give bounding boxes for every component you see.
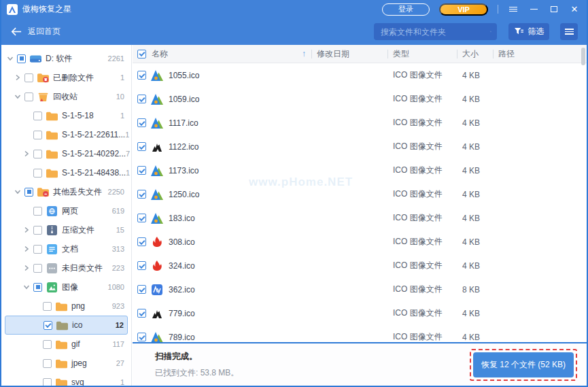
column-label: 修改日期: [317, 48, 349, 60]
sidebar-item-sid-folder[interactable]: S-1-5-18 1: [1, 106, 131, 125]
column-header-name[interactable]: 名称 ↑: [133, 45, 311, 63]
chevron-down-icon[interactable]: [13, 187, 22, 197]
sidebar-item-images[interactable]: 图像 1080: [1, 277, 131, 297]
checkbox-unchecked[interactable]: [33, 264, 42, 273]
checkbox-unchecked[interactable]: [43, 359, 52, 368]
view-menu-button[interactable]: [560, 23, 578, 40]
sidebar-item-sid-folder[interactable]: S-1-5-21-40292... 7: [1, 144, 131, 163]
sidebar-item-svg[interactable]: svg 1: [1, 373, 131, 386]
row-checkbox[interactable]: [137, 166, 146, 175]
close-icon[interactable]: ✕: [569, 4, 580, 15]
row-checkbox[interactable]: [137, 118, 146, 127]
row-checkbox[interactable]: [137, 71, 146, 80]
checkbox-unchecked[interactable]: [33, 131, 42, 139]
sidebar-item-sid-folder[interactable]: S-1-5-21-48438... 1: [1, 163, 131, 182]
checkbox-unchecked[interactable]: [24, 92, 33, 101]
chevron-right-icon[interactable]: [22, 263, 31, 273]
file-table: 名称 ↑ 修改日期 类型 大小 路径 1055.ico ICO 图像文件 4 K…: [133, 45, 587, 342]
column-header-size[interactable]: 大小: [457, 45, 493, 63]
maximize-icon[interactable]: [549, 4, 559, 15]
vertical-scrollbar[interactable]: [581, 48, 585, 65]
table-row[interactable]: 779.ico ICO 图像文件 4 KB: [133, 301, 587, 325]
table-row[interactable]: 308.ico ICO 图像文件 4 KB: [133, 230, 587, 254]
row-checkbox[interactable]: [137, 309, 146, 318]
table-row[interactable]: 1117.ico ICO 图像文件 4 KB: [133, 111, 587, 135]
login-button[interactable]: 登录: [382, 3, 430, 16]
row-checkbox[interactable]: [137, 261, 146, 270]
item-count: 1: [126, 169, 130, 177]
item-count: 619: [112, 207, 124, 215]
window-border-left: [0, 0, 1, 387]
chevron-down-icon[interactable]: [5, 54, 15, 63]
sidebar-item-label: 网页: [62, 205, 78, 217]
checkbox-unchecked[interactable]: [43, 378, 52, 386]
sidebar-item-label: 压缩文件: [62, 224, 94, 236]
column-header-type[interactable]: 类型: [387, 45, 457, 63]
sidebar-item-web[interactable]: 网页 619: [1, 201, 131, 220]
sidebar-item-gif[interactable]: gif 117: [1, 335, 131, 354]
sidebar-item-unclassified[interactable]: 未归类文件 223: [1, 258, 131, 277]
checkbox-partial[interactable]: [24, 188, 33, 197]
sidebar-item-sid-folder[interactable]: S-1-5-21-22611... 1: [1, 125, 131, 144]
checkbox-partial[interactable]: [33, 283, 42, 292]
checkbox-unchecked[interactable]: [33, 169, 42, 178]
sidebar-item-deleted-files[interactable]: 已删除文件 1: [1, 68, 131, 87]
column-header-path[interactable]: 路径: [493, 45, 587, 63]
sidebar-item-other-lost-files[interactable]: 其他丢失文件 2250: [1, 182, 131, 201]
recover-button[interactable]: 恢复 12 个文件 (52 KB): [473, 352, 574, 377]
search-icon[interactable]: [490, 27, 491, 37]
vip-button[interactable]: VIP: [439, 3, 488, 16]
table-row[interactable]: 362.ico ICO 图像文件 8 KB: [133, 277, 587, 301]
checkbox-unchecked[interactable]: [33, 207, 42, 216]
chevron-right-icon[interactable]: [22, 225, 31, 235]
select-all-checkbox[interactable]: [137, 50, 146, 58]
checkbox-partial[interactable]: [17, 54, 26, 63]
sidebar-item-png[interactable]: png 923: [1, 297, 131, 316]
row-checkbox[interactable]: [137, 214, 146, 222]
sort-ascending-icon[interactable]: ↑: [302, 49, 306, 58]
menu-icon[interactable]: [508, 4, 519, 15]
file-name: 1173.ico: [169, 166, 198, 175]
chevron-down-icon[interactable]: [13, 92, 22, 101]
table-row[interactable]: 1122.ico ICO 图像文件 4 KB: [133, 135, 587, 158]
table-row[interactable]: 1059.ico ICO 图像文件 4 KB: [133, 87, 587, 111]
checkbox-unchecked[interactable]: [33, 226, 42, 235]
chevron-down-icon[interactable]: [22, 282, 31, 292]
row-checkbox[interactable]: [137, 237, 146, 246]
filter-button[interactable]: 筛选: [508, 23, 549, 40]
checkbox-unchecked[interactable]: [43, 302, 52, 311]
table-row[interactable]: 789.ico ICO 图像文件 4 KB: [133, 325, 587, 342]
minimize-icon[interactable]: [528, 4, 539, 15]
row-checkbox[interactable]: [137, 142, 146, 151]
sidebar-item-documents[interactable]: 文档 313: [1, 239, 131, 258]
table-row[interactable]: 1250.ico ICO 图像文件 4 KB: [133, 182, 587, 206]
sidebar-item-drive-d[interactable]: D: 软件 2261: [1, 49, 131, 68]
sidebar-item-ico-selected[interactable]: ico 12: [5, 316, 128, 335]
checkbox-unchecked[interactable]: [43, 340, 52, 349]
checkbox-unchecked[interactable]: [24, 73, 33, 82]
table-row[interactable]: 1173.ico ICO 图像文件 4 KB: [133, 158, 587, 182]
checkbox-unchecked[interactable]: [33, 112, 42, 120]
sidebar-item-jpeg[interactable]: jpeg 27: [1, 354, 131, 373]
back-home-button[interactable]: 返回首页: [11, 26, 60, 37]
table-row[interactable]: 183.ico ICO 图像文件 4 KB: [133, 206, 587, 230]
sidebar-item-archives[interactable]: 压缩文件 15: [1, 220, 131, 239]
row-checkbox[interactable]: [137, 333, 146, 341]
row-checkbox[interactable]: [137, 285, 146, 294]
column-header-date[interactable]: 修改日期: [311, 45, 387, 63]
checkbox-checked[interactable]: [44, 321, 52, 330]
chevron-right-icon[interactable]: [22, 149, 31, 158]
row-checkbox[interactable]: [137, 190, 146, 199]
table-row[interactable]: 324.ico ICO 图像文件 4 KB: [133, 254, 587, 277]
table-row[interactable]: 1055.ico ICO 图像文件 4 KB: [133, 63, 587, 87]
chevron-right-icon[interactable]: [13, 73, 22, 82]
checkbox-unchecked[interactable]: [33, 150, 42, 158]
item-count: 2250: [108, 188, 124, 196]
status-bar: 扫描完成。 已找到文件: 53.8 MB。 恢复 12 个文件 (52 KB): [133, 342, 587, 386]
checkbox-unchecked[interactable]: [33, 245, 42, 254]
sidebar-item-label: ico: [72, 320, 82, 330]
row-checkbox[interactable]: [137, 95, 146, 103]
sidebar-item-recycle-bin[interactable]: 回收站 10: [1, 87, 131, 106]
search-input[interactable]: [374, 27, 490, 37]
chevron-right-icon[interactable]: [22, 244, 31, 254]
